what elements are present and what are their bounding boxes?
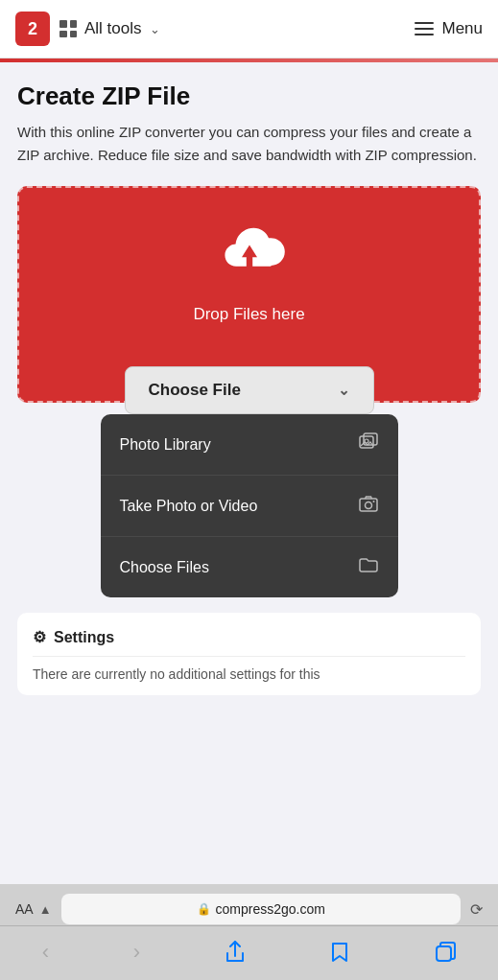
all-tools-label: All tools	[84, 19, 142, 38]
browser-address[interactable]: 🔒 compress2go.com	[61, 894, 461, 924]
header-left: 2 All tools ⌄	[15, 12, 160, 46]
menu-label: Menu	[441, 19, 483, 38]
choose-files-item[interactable]: Choose Files	[101, 537, 398, 597]
menu-button[interactable]: Menu	[415, 19, 483, 38]
page-title: Create ZIP File	[17, 82, 481, 111]
all-tools-button[interactable]: All tools ⌄	[59, 19, 160, 38]
aa-label[interactable]: AA	[15, 901, 34, 917]
bottom-nav: ‹ ›	[0, 925, 498, 980]
bookmarks-button[interactable]	[310, 935, 369, 969]
reader-icon[interactable]: ▲	[39, 902, 52, 917]
gear-icon: ⚙	[33, 628, 46, 646]
settings-title: Settings	[54, 629, 114, 646]
domain-label: compress2go.com	[216, 901, 325, 917]
photo-library-icon	[358, 432, 379, 457]
settings-description: There are currently no additional settin…	[33, 656, 465, 682]
camera-icon	[358, 493, 379, 519]
choose-file-container: Choose File ⌄ Photo Library Take Photo o…	[0, 366, 498, 597]
cloud-upload-icon	[211, 222, 288, 293]
hamburger-icon	[415, 22, 434, 35]
folder-icon	[358, 554, 379, 580]
dropdown-menu: Photo Library Take Photo or Video	[101, 414, 398, 597]
chevron-icon: ⌄	[338, 382, 350, 399]
choose-files-label: Choose Files	[120, 559, 209, 576]
share-button[interactable]	[205, 935, 265, 969]
page-description: With this online ZIP converter you can c…	[17, 121, 481, 167]
settings-section: ⚙ Settings There are currently no additi…	[17, 613, 481, 695]
drop-text: Drop Files here	[193, 305, 304, 324]
take-photo-item[interactable]: Take Photo or Video	[101, 476, 398, 537]
choose-file-button[interactable]: Choose File ⌄	[125, 366, 374, 414]
svg-point-6	[372, 501, 374, 502]
browser-bar-left: AA ▲	[15, 901, 52, 917]
app-header: 2 All tools ⌄ Menu	[0, 0, 498, 58]
chevron-down-icon: ⌄	[150, 22, 160, 36]
tabs-button[interactable]	[415, 936, 475, 968]
lock-icon: 🔒	[197, 902, 211, 916]
grid-icon	[59, 20, 77, 37]
reload-icon[interactable]: ⟳	[470, 900, 483, 919]
photo-library-label: Photo Library	[120, 436, 211, 454]
forward-button[interactable]: ›	[114, 934, 159, 970]
choose-file-label: Choose File	[149, 381, 241, 400]
svg-rect-1	[360, 436, 373, 448]
svg-point-5	[365, 502, 371, 509]
settings-header: ⚙ Settings	[33, 628, 465, 646]
svg-rect-7	[437, 946, 451, 961]
photo-library-item[interactable]: Photo Library	[101, 414, 398, 476]
back-button[interactable]: ‹	[23, 934, 68, 970]
take-photo-label: Take Photo or Video	[120, 498, 258, 515]
app-logo[interactable]: 2	[15, 12, 50, 46]
main-content: Create ZIP File With this online ZIP con…	[0, 62, 498, 403]
